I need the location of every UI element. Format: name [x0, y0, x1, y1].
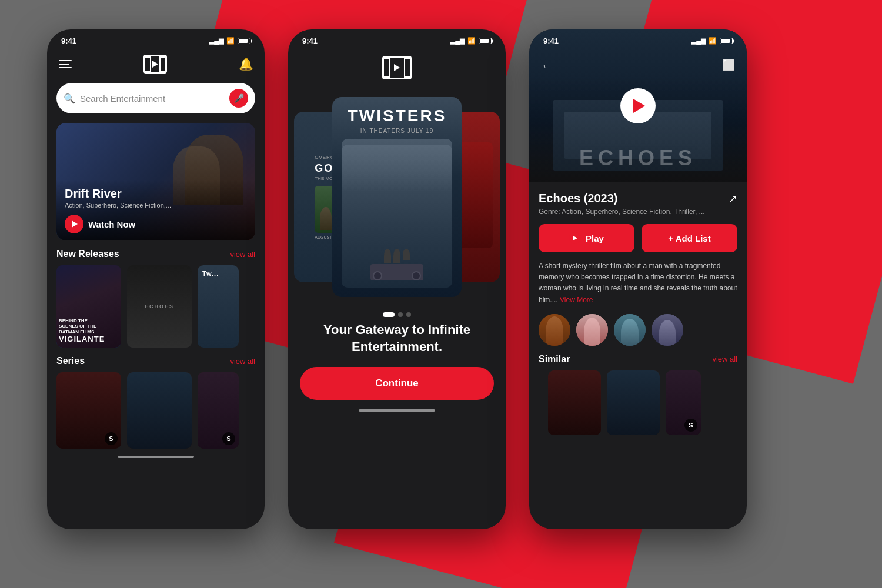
movie-title-row: Echoes (2023) ↗	[539, 192, 737, 205]
hero-overlay: Drift River Action, Superhero, Science F…	[56, 180, 255, 240]
film-logo-icon-1	[143, 55, 167, 74]
home-indicator-1	[118, 456, 194, 458]
battery-icon-1	[238, 38, 250, 44]
similar-thumb-1[interactable]	[548, 370, 601, 435]
phone-1: 9:41 ▂▄▆ 📶 🔍 Search Ente	[47, 29, 265, 529]
film-logo-icon-2	[382, 56, 412, 79]
carousel-dot-2[interactable]	[398, 312, 403, 317]
watch-now-button[interactable]: Watch Now	[65, 215, 247, 233]
new-releases-title: New Releases	[56, 249, 119, 259]
battery-icon-3	[720, 38, 733, 44]
hero-banner: Drift River Action, Superhero, Science F…	[56, 123, 255, 240]
view-more-link[interactable]: View More	[560, 296, 593, 304]
series-row: S S	[47, 372, 265, 449]
movie-thumb-vigilante[interactable]: BEHIND THESCENES OF THEBATMAN FILMSVIGIL…	[56, 265, 121, 348]
status-icons-1: ▂▄▆ 📶	[209, 37, 250, 45]
notification-icon[interactable]	[239, 57, 253, 71]
hero-title: Drift River	[65, 187, 247, 201]
movie-description: A short mystery thriller film about a ma…	[539, 260, 737, 306]
hamburger-icon[interactable]	[59, 60, 72, 68]
film-logo-1	[143, 55, 167, 74]
phone-3: 9:41 ▂▄▆ 📶 ← ⬜ ECHOES Echoes	[529, 29, 747, 529]
wifi-icon-3: 📶	[709, 37, 717, 45]
share-icon[interactable]: ↗	[729, 192, 737, 205]
new-releases-view-all[interactable]: view all	[230, 250, 255, 259]
status-time-2: 9:41	[302, 36, 318, 45]
signal-icon-2: ▂▄▆	[450, 37, 465, 45]
twisters-title: TWISTERS	[348, 106, 447, 125]
cast-avatar-2[interactable]	[576, 314, 608, 346]
series-badge-2: S	[222, 432, 235, 445]
cast-button[interactable]: ⬜	[722, 59, 735, 72]
series-view-all[interactable]: view all	[230, 357, 255, 366]
similar-thumb-3[interactable]: S	[666, 370, 701, 435]
wifi-icon-1: 📶	[226, 37, 235, 45]
play-label: Play	[586, 233, 604, 243]
movie-thumb-twisters[interactable]: Tw...	[198, 265, 239, 348]
carousel-dot-3[interactable]	[406, 312, 411, 317]
genre-text: Genre: Action, Superhero, Science Fictio…	[539, 208, 737, 216]
status-bar-2: 9:41 ▂▄▆ 📶	[288, 29, 506, 50]
similar-section-header: Similar view all	[539, 354, 737, 365]
movie-title: Echoes (2023)	[539, 192, 618, 205]
carousel-dots	[383, 312, 411, 317]
phone3-info: Echoes (2023) ↗ Genre: Action, Superhero…	[529, 182, 747, 445]
status-icons-3: ▂▄▆ 📶	[691, 37, 733, 45]
series-thumb-3[interactable]: S	[198, 372, 239, 449]
similar-row: S	[539, 370, 737, 435]
continue-button[interactable]: Continue	[300, 367, 494, 400]
status-time-3: 9:41	[543, 36, 559, 45]
similar-view-all[interactable]: view all	[712, 355, 737, 363]
carousel-dot-1[interactable]	[383, 312, 395, 317]
wifi-icon-2: 📶	[467, 37, 476, 45]
home-indicator-2	[359, 409, 435, 412]
play-btn-icon	[569, 232, 581, 244]
gateway-tagline: Your Gateway to Infinite Entertainment.	[288, 322, 506, 355]
phones-wrapper: 9:41 ▂▄▆ 📶 🔍 Search Ente	[47, 29, 747, 529]
status-time-1: 9:41	[61, 36, 76, 45]
search-placeholder[interactable]: Search Entertainment	[80, 93, 225, 103]
hero-genres: Action, Superhero, Science Fiction,...	[65, 202, 247, 209]
signal-icon-1: ▂▄▆	[209, 37, 223, 45]
phone3-nav: ← ⬜	[529, 59, 747, 72]
carousel-card-main[interactable]: TWISTERS IN THEATERS JULY 19	[332, 97, 462, 297]
play-overlay-icon	[633, 99, 645, 113]
status-bar-3: 9:41 ▂▄▆ 📶	[529, 29, 747, 50]
search-icon: 🔍	[64, 93, 75, 104]
series-header: Series view all	[47, 348, 265, 372]
add-list-button[interactable]: + Add List	[642, 224, 737, 252]
cast-avatar-1[interactable]	[539, 314, 570, 346]
echoes-hero-title: ECHOES	[529, 146, 747, 171]
battery-icon-2	[479, 38, 492, 44]
play-logo-2	[394, 64, 400, 71]
series-badge-1: S	[105, 432, 118, 445]
echoes-art-label: ECHOES	[145, 303, 174, 309]
search-bar[interactable]: 🔍 Search Entertainment 🎤	[56, 83, 255, 113]
cast-avatar-3[interactable]	[614, 314, 646, 346]
movie-thumb-echoes[interactable]: ECHOES	[127, 265, 192, 348]
phone2-logo	[382, 56, 412, 79]
back-button[interactable]: ←	[541, 59, 553, 72]
status-icons-2: ▂▄▆ 📶	[450, 37, 492, 45]
cast-row	[539, 314, 737, 346]
status-bar-1: 9:41 ▂▄▆ 📶	[47, 29, 265, 50]
carousel-area: OVERCOMER • COR GORGE THE MOST WE GET TH…	[288, 91, 506, 303]
add-list-label: + Add List	[668, 233, 710, 243]
action-buttons: Play + Add List	[539, 224, 737, 252]
signal-icon-3: ▂▄▆	[691, 37, 706, 45]
watch-now-label: Watch Now	[88, 219, 135, 229]
new-releases-row: BEHIND THESCENES OF THEBATMAN FILMSVIGIL…	[47, 265, 265, 348]
play-button[interactable]: Play	[539, 224, 634, 252]
play-icon-logo	[152, 61, 158, 68]
mic-button[interactable]: 🎤	[229, 89, 248, 108]
cast-avatar-4[interactable]	[652, 314, 683, 346]
series-thumb-1[interactable]: S	[56, 372, 121, 449]
play-overlay-button[interactable]	[620, 88, 656, 123]
phone1-header	[47, 50, 265, 81]
phone-2: 9:41 ▂▄▆ 📶 OVERCOMER • COR GORG	[288, 29, 506, 529]
series-thumb-2[interactable]	[127, 372, 192, 449]
new-releases-header: New Releases view all	[47, 240, 265, 265]
play-circle-icon	[65, 215, 83, 233]
similar-thumb-2[interactable]	[607, 370, 660, 435]
phone2-content: OVERCOMER • COR GORGE THE MOST WE GET TH…	[288, 50, 506, 529]
